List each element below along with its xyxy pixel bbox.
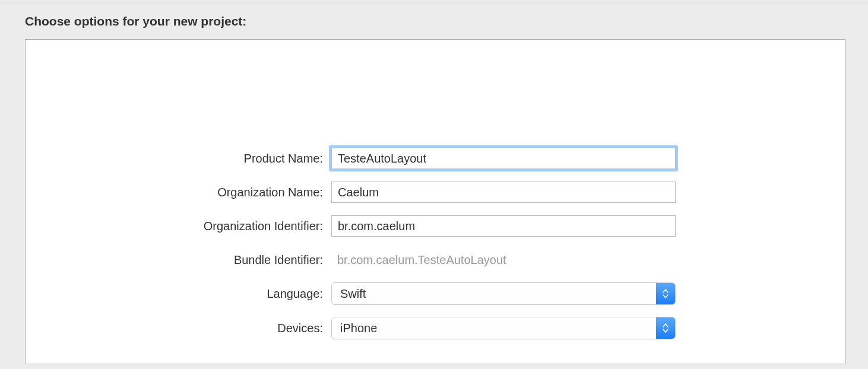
devices-select-value: iPhone — [332, 322, 377, 335]
language-select-value: Swift — [332, 287, 366, 301]
product-name-row: Product Name: — [26, 147, 845, 170]
bundle-identifier-row: Bundle Identifier: br.com.caelum.TesteAu… — [26, 248, 845, 272]
language-select[interactable]: Swift — [331, 282, 676, 305]
bundle-identifier-label: Bundle Identifier: — [26, 253, 331, 267]
organization-identifier-field-wrap — [331, 215, 676, 237]
language-field-wrap: Swift — [331, 282, 676, 305]
organization-name-row: Organization Name: — [26, 180, 845, 204]
organization-identifier-input[interactable] — [331, 215, 676, 237]
project-options-form: Product Name: Organization Name: Organiz… — [26, 147, 845, 351]
bundle-identifier-value: br.com.caelum.TesteAutoLayout — [331, 251, 676, 269]
organization-identifier-row: Organization Identifier: — [26, 214, 845, 238]
bundle-identifier-field-wrap: br.com.caelum.TesteAutoLayout — [331, 251, 676, 269]
page-heading: Choose options for your new project: — [0, 2, 868, 39]
devices-field-wrap: iPhone — [331, 317, 676, 339]
options-panel: Product Name: Organization Name: Organiz… — [25, 39, 845, 364]
organization-identifier-label: Organization Identifier: — [26, 220, 331, 233]
product-name-label: Product Name: — [26, 152, 331, 166]
devices-row: Devices: iPhone — [26, 316, 845, 340]
organization-name-label: Organization Name: — [26, 186, 331, 199]
organization-name-field-wrap — [331, 182, 676, 203]
language-label: Language: — [26, 287, 331, 301]
chevron-up-down-icon — [656, 283, 675, 304]
devices-select[interactable]: iPhone — [331, 317, 676, 339]
product-name-field-wrap — [331, 148, 676, 169]
devices-label: Devices: — [26, 322, 331, 335]
language-row: Language: Swift — [26, 282, 845, 306]
product-name-input[interactable] — [331, 148, 676, 169]
organization-name-input[interactable] — [331, 182, 676, 203]
chevron-up-down-icon — [656, 317, 675, 339]
